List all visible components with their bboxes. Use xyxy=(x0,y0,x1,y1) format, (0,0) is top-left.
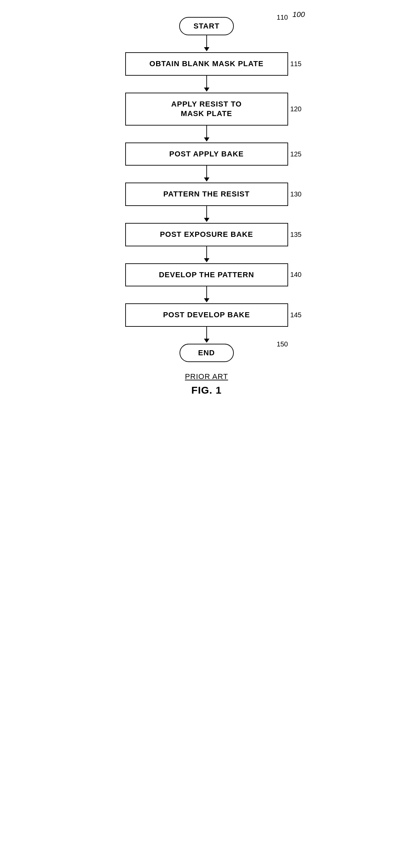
step-125-row: POST APPLY BAKE 125 xyxy=(105,143,308,166)
step-130-node: PATTERN THE RESIST xyxy=(125,183,288,206)
start-node: START xyxy=(179,17,234,35)
arrow-8 xyxy=(204,327,209,344)
start-row: START 110 xyxy=(105,17,308,35)
step-120-row: APPLY RESIST TOMASK PLATE 120 xyxy=(105,93,308,126)
step-125-label: 125 xyxy=(290,150,301,158)
step-135-node: POST EXPOSURE BAKE xyxy=(125,223,288,246)
step-115-node: OBTAIN BLANK MASK PLATE xyxy=(125,52,288,76)
step-145-node: POST DEVELOP BAKE xyxy=(125,303,288,327)
arrow-6 xyxy=(204,246,209,263)
end-node: END xyxy=(180,344,234,362)
step-135-row: POST EXPOSURE BAKE 135 xyxy=(105,223,308,246)
step-140-node: DEVELOP THE PATTERN xyxy=(125,263,288,287)
step-120-label: 120 xyxy=(290,105,301,113)
step-140-label: 140 xyxy=(290,271,301,279)
step-145-row: POST DEVELOP BAKE 145 xyxy=(105,303,308,327)
step-135-label: 135 xyxy=(290,231,301,239)
arrow-3 xyxy=(204,126,209,143)
end-step-label: 150 xyxy=(277,340,288,348)
step-130-row: PATTERN THE RESIST 130 xyxy=(105,183,308,206)
step-120-node: APPLY RESIST TOMASK PLATE xyxy=(125,93,288,126)
step-130-label: 130 xyxy=(290,190,301,198)
flowchart: START 110 OBTAIN BLANK MASK PLATE 115 AP… xyxy=(105,17,308,362)
prior-art-label: PRIOR ART xyxy=(105,372,308,381)
bottom-section: PRIOR ART FIG. 1 xyxy=(105,372,308,396)
arrow-2 xyxy=(204,76,209,93)
diagram-container: 100 START 110 OBTAIN BLANK MASK PLATE 11… xyxy=(105,7,308,416)
arrow-1 xyxy=(204,35,209,52)
fig-title: FIG. 1 xyxy=(105,384,308,396)
step-115-label: 115 xyxy=(290,60,301,68)
step-140-row: DEVELOP THE PATTERN 140 xyxy=(105,263,308,287)
end-row: END 150 xyxy=(105,344,308,362)
arrow-7 xyxy=(204,286,209,303)
arrow-4 xyxy=(204,166,209,183)
start-step-label: 110 xyxy=(277,14,288,21)
step-145-label: 145 xyxy=(290,311,301,319)
step-125-node: POST APPLY BAKE xyxy=(125,143,288,166)
step-115-row: OBTAIN BLANK MASK PLATE 115 xyxy=(105,52,308,76)
arrow-5 xyxy=(204,206,209,223)
